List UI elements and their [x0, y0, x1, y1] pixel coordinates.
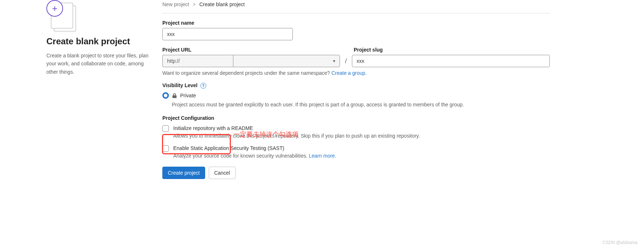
cancel-button[interactable]: Cancel [209, 167, 236, 179]
namespace-select[interactable]: ▾ [233, 55, 340, 67]
watermark: CSDN @afabama [603, 240, 637, 245]
sast-checkbox-desc: Analyze your source code for known secur… [173, 153, 336, 159]
create-group-link[interactable]: Create a group. [331, 70, 366, 76]
visibility-level-label: Visibility Level ? [162, 82, 550, 89]
project-url-prefix: http:// [162, 55, 233, 67]
page-description: Create a blank project to store your fil… [46, 52, 151, 76]
project-name-label: Project name [162, 20, 550, 26]
project-slug-label: Project slug [354, 47, 550, 53]
breadcrumb-current: Create blank project [199, 1, 245, 7]
project-url-label: Project URL [162, 47, 340, 53]
sast-checkbox-label: Enable Static Application Security Testi… [173, 145, 336, 152]
project-slug-input[interactable] [352, 55, 550, 67]
breadcrumb-parent[interactable]: New project [162, 1, 189, 7]
chevron-down-icon: ▾ [333, 58, 335, 64]
project-config-label: Project Configuration [162, 115, 550, 121]
sast-learn-more-link[interactable]: Learn more. [309, 153, 336, 159]
breadcrumb-separator: > [193, 1, 196, 7]
namespace-hint: Want to organize several dependent proje… [162, 70, 550, 76]
blank-project-icon: + [46, 0, 79, 33]
sast-checkbox[interactable] [162, 145, 169, 152]
page-title: Create blank project [46, 36, 151, 46]
private-option-label: Private [180, 93, 196, 98]
breadcrumb: New project > Create blank project [162, 0, 550, 13]
url-slash: / [345, 57, 347, 65]
private-radio[interactable] [162, 92, 169, 99]
readme-checkbox-desc: Allows you to immediately clone this pro… [173, 133, 420, 139]
private-option-desc: Project access must be granted explicitl… [172, 101, 550, 109]
readme-checkbox-row: Initialize repository with a README Allo… [162, 125, 550, 139]
project-name-input[interactable] [162, 28, 293, 40]
lock-icon [172, 93, 177, 98]
sast-checkbox-row: Enable Static Application Security Testi… [162, 145, 550, 159]
readme-checkbox-label: Initialize repository with a README [173, 125, 420, 132]
create-project-button[interactable]: Create project [162, 167, 205, 179]
help-icon[interactable]: ? [200, 83, 206, 89]
readme-checkbox[interactable] [162, 125, 169, 132]
plus-circle-icon: + [46, 0, 63, 17]
